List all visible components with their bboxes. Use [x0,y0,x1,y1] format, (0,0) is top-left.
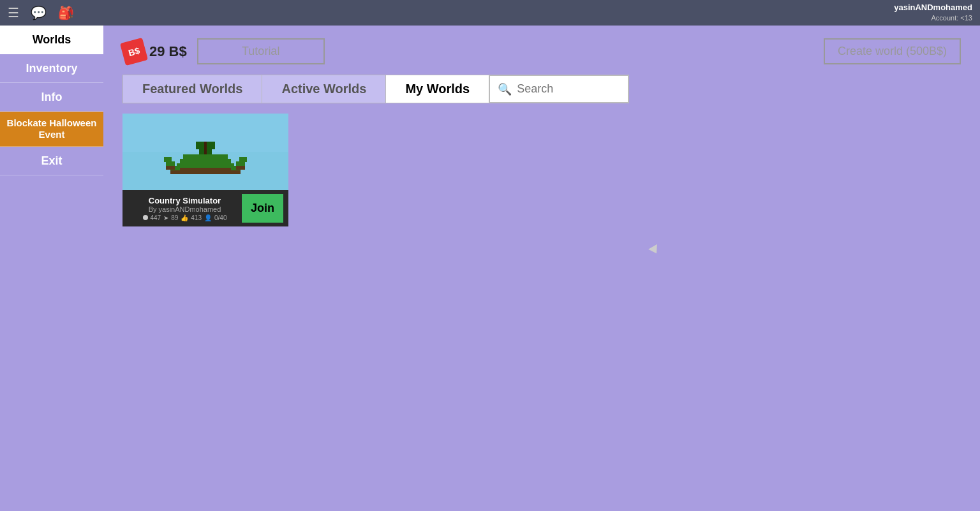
currency-badge: B$ 29 B$ [122,40,187,63]
players-count: 0/40 [214,214,226,221]
visits-dot [143,215,148,220]
world-card[interactable]: Country Simulator By yasinANDmohamed 447… [122,114,288,226]
sidebar-inventory-label: Inventory [26,62,77,75]
svg-rect-13 [239,157,247,162]
bs-icon: B$ [120,37,148,65]
create-world-button[interactable]: Create world (500B$) [824,38,961,64]
world-author: By yasinANDmohamed [128,205,242,213]
tabs-row: Featured Worlds Active Worlds My Worlds … [122,75,961,103]
world-info: Country Simulator By yasinANDmohamed 447… [122,190,288,226]
svg-rect-11 [236,161,245,167]
world-stats: 447 ➤ 89 👍 413 👤 0/40 [128,214,242,221]
sidebar: Worlds Inventory Info Blockate Halloween… [0,26,103,175]
player-icon: 👤 [204,214,212,221]
sidebar-item-info[interactable]: Info [0,83,103,112]
worlds-area: Country Simulator By yasinANDmohamed 447… [122,114,961,226]
likes-count: 413 [191,214,202,221]
chat-icon[interactable]: 💬 [31,5,47,20]
currency-amount: 29 B$ [149,43,187,60]
svg-rect-7 [183,154,228,159]
topbar: ☰ 💬 🎒 yasinANDmohamed Account: <13 [0,0,980,26]
main-content: B$ 29 B$ Tutorial Create world (500B$) F… [103,26,980,511]
world-text: Country Simulator By yasinANDmohamed 447… [128,196,242,221]
sidebar-item-worlds[interactable]: Worlds [0,26,103,54]
sidebar-worlds-label: Worlds [33,33,71,47]
sidebar-item-event[interactable]: Blockate Halloween Event [0,112,103,147]
visits-count: 447 [151,214,161,221]
svg-rect-15 [231,170,241,174]
search-input[interactable] [517,82,619,96]
svg-rect-12 [164,157,172,162]
svg-rect-6 [180,159,231,163]
world-name: Country Simulator [128,196,242,205]
sidebar-event-label: Blockate Halloween Event [3,117,101,140]
account-label: Account: <13 [894,13,972,22]
menu-icon[interactable]: ☰ [8,5,19,20]
svg-rect-5 [177,163,234,168]
top-controls: B$ 29 B$ Tutorial Create world (500B$) [122,38,961,64]
favorites-count: 89 [171,214,178,221]
tutorial-button[interactable]: Tutorial [197,38,325,64]
svg-rect-20 [204,142,207,154]
tab-active[interactable]: Active Worlds [262,75,385,103]
tab-my-worlds[interactable]: My Worlds [385,75,489,103]
svg-rect-17 [236,166,245,170]
user-info: yasinANDmohamed Account: <13 [894,3,972,22]
svg-rect-14 [170,170,180,174]
sidebar-info-label: Info [41,91,63,104]
tab-featured[interactable]: Featured Worlds [122,75,262,103]
username-label: yasinANDmohamed [894,3,972,13]
svg-rect-10 [166,161,175,167]
arrow-icon: ➤ [163,214,168,221]
world-thumbnail-svg [122,114,288,190]
thumb-icon: 👍 [181,214,188,221]
sidebar-exit-label: Exit [41,154,62,168]
join-button[interactable]: Join [242,194,283,223]
backpack-icon[interactable]: 🎒 [58,5,74,20]
sidebar-item-exit[interactable]: Exit [0,147,103,175]
topbar-left: ☰ 💬 🎒 [8,5,74,20]
svg-rect-16 [166,166,175,170]
sidebar-item-inventory[interactable]: Inventory [0,54,103,83]
world-thumbnail [122,114,288,190]
search-icon: 🔍 [498,82,512,96]
search-container[interactable]: 🔍 [489,75,629,103]
